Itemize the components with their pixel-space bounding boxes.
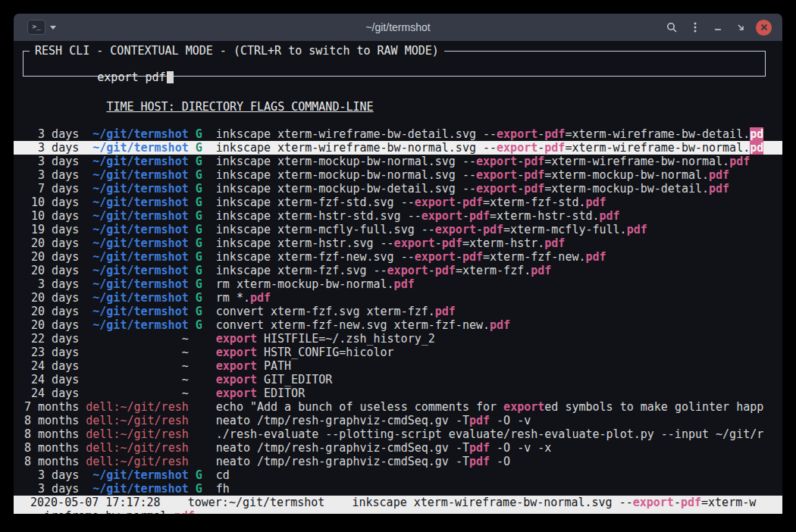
resh-search-box[interactable]: RESH CLI - CONTEXTUAL MODE - (CTRL+R to … xyxy=(23,51,766,77)
command-text: GIT_EDITOR xyxy=(257,373,332,386)
menu-button[interactable] xyxy=(688,19,703,36)
row-host: dell:~/git/resh xyxy=(86,427,188,441)
search-match: pdf xyxy=(469,455,490,468)
row-flags: G xyxy=(196,250,202,264)
row-time: 20 days xyxy=(24,291,79,305)
row-flags xyxy=(196,386,202,400)
search-match: export xyxy=(497,141,537,155)
row-flags: G xyxy=(196,318,202,332)
command-text: inkscape xterm-mockup-bw-normal.svg -- xyxy=(216,155,476,168)
history-row[interactable]: 3 days ~/git/termshot G rm xterm-mockup-… xyxy=(14,277,782,291)
history-row[interactable]: 20 days ~/git/termshot G inkscape xterm-… xyxy=(14,236,782,250)
command-text: PATH xyxy=(257,359,291,373)
row-command: inkscape xterm-hstr-std.svg --export-pdf… xyxy=(216,209,782,223)
command-text: inkscape xterm-wireframe-bw-detail.svg -… xyxy=(216,127,497,141)
history-row[interactable]: 8 months dell:~/git/resh ./resh-evaluate… xyxy=(14,427,782,441)
session-dropdown-button[interactable]: >_ xyxy=(24,18,59,36)
row-command: ./resh-evaluate --plotting-script evalua… xyxy=(216,427,782,441)
history-row[interactable]: 23 days ~ export HSTR_CONFIG=hicolor xyxy=(14,346,782,359)
command-text: - xyxy=(517,155,524,168)
history-row[interactable]: 8 months dell:~/git/resh neato /tmp/resh… xyxy=(14,414,782,427)
row-time: 20 days xyxy=(24,236,79,250)
command-text: HSTR_CONFIG=hicolor xyxy=(257,346,394,359)
search-match: pdf xyxy=(709,182,729,196)
command-text: =xterm-fzf. xyxy=(456,264,531,277)
search-match: export xyxy=(476,168,517,182)
command-text: - xyxy=(537,141,544,155)
command-text: cd xyxy=(216,468,230,482)
row-command: inkscape xterm-mockup-bw-detail.svg --ex… xyxy=(216,182,782,196)
row-time: 24 days xyxy=(24,359,79,373)
history-row[interactable]: 7 months dell:~/git/resh echo "Add a bun… xyxy=(14,400,782,414)
row-host: ~/git/termshot xyxy=(86,168,188,182)
search-match: pdf xyxy=(585,196,606,209)
history-row[interactable]: 3 days ~/git/termshot G inkscape xterm-w… xyxy=(14,141,782,155)
row-host: ~/git/termshot xyxy=(86,468,188,482)
command-text: -O xyxy=(490,455,510,468)
row-flags xyxy=(196,441,202,455)
history-row[interactable]: 24 days ~ export EDITOR xyxy=(14,386,782,400)
search-match: pdf xyxy=(469,414,490,427)
restore-icon xyxy=(735,22,746,33)
history-row[interactable]: 22 days ~ export HISTFILE=~/.zsh_history… xyxy=(14,332,782,346)
command-text: - xyxy=(476,223,483,236)
row-flags: G xyxy=(196,468,202,482)
history-row[interactable]: 8 months dell:~/git/resh neato /tmp/resh… xyxy=(14,441,782,455)
history-row[interactable]: 10 days ~/git/termshot G inkscape xterm-… xyxy=(14,196,782,209)
command-text: =xterm-wireframe-bw-normal. xyxy=(544,155,729,168)
row-command: inkscape xterm-fzf-new.svg --export-pdf=… xyxy=(216,250,782,264)
history-row[interactable]: 3 days ~/git/termshot G cd xyxy=(14,468,782,482)
command-text: =xterm-fzf-new. xyxy=(483,250,585,264)
history-row[interactable]: 10 days ~/git/termshot G inkscape xterm-… xyxy=(14,209,782,223)
row-command: inkscape xterm-fzf.svg --export-pdf=xter… xyxy=(216,264,782,277)
search-match: export xyxy=(497,127,537,141)
search-button[interactable] xyxy=(663,19,680,36)
search-match: pdf xyxy=(442,236,462,250)
history-row[interactable]: 24 days ~ export GIT_EDITOR xyxy=(14,373,782,386)
row-command: fh xyxy=(216,482,782,496)
resh-mode-title: RESH CLI - CONTEXTUAL MODE - (CTRL+R to … xyxy=(30,44,444,58)
row-command: rm *.pdf xyxy=(216,291,782,305)
restore-button[interactable] xyxy=(733,20,748,35)
history-row[interactable]: 24 days ~ export PATH xyxy=(14,359,782,373)
search-match: pd xyxy=(750,141,763,155)
history-row[interactable]: 20 days ~/git/termshot G inkscape xterm-… xyxy=(14,250,782,264)
search-query-line[interactable]: export pdf xyxy=(24,52,765,98)
history-row[interactable]: 20 days ~/git/termshot G rm *.pdf xyxy=(14,291,782,305)
row-command: inkscape xterm-wireframe-bw-normal.svg -… xyxy=(216,141,782,155)
row-host: ~/git/termshot xyxy=(86,318,188,332)
search-match: pdf xyxy=(729,155,750,168)
row-host: ~/git/termshot xyxy=(86,277,188,291)
command-text: inkscape xterm-mockup-bw-detail.svg -- xyxy=(216,182,476,196)
row-command: neato /tmp/resh-graphviz-cmdSeq.gv -Tpdf… xyxy=(216,441,782,455)
row-flags: G xyxy=(196,127,202,141)
history-row[interactable]: 20 days ~/git/termshot G convert xterm-f… xyxy=(14,305,782,318)
search-match: export xyxy=(415,196,456,209)
history-row[interactable]: 20 days ~/git/termshot G convert xterm-f… xyxy=(14,318,782,332)
history-row[interactable]: 19 days ~/git/termshot G inkscape xterm-… xyxy=(14,223,782,236)
history-row[interactable]: 8 months dell:~/git/resh neato /tmp/resh… xyxy=(14,455,782,468)
history-row[interactable]: 3 days ~/git/termshot G inkscape xterm-w… xyxy=(14,127,782,141)
row-command: export EDITOR xyxy=(216,386,782,400)
command-text: neato /tmp/resh-graphviz-cmdSeq.gv -T xyxy=(216,441,469,455)
row-host: ~/git/termshot xyxy=(86,264,188,277)
search-match: pdf xyxy=(394,277,415,291)
history-row[interactable]: 3 days ~/git/termshot G inkscape xterm-m… xyxy=(14,168,782,182)
search-match: export xyxy=(476,155,517,168)
titlebar-left: >_ xyxy=(14,18,59,36)
minimize-button[interactable] xyxy=(710,20,725,35)
close-button[interactable] xyxy=(756,20,772,36)
row-flags: G xyxy=(196,182,202,196)
status-detail: 2020-05-07 17:17:28 tower:~/git/termshot… xyxy=(14,496,782,514)
history-row[interactable]: 7 days ~/git/termshot G inkscape xterm-m… xyxy=(14,182,782,196)
row-command: inkscape xterm-fzf-std.svg --export-pdf=… xyxy=(216,196,782,209)
terminal-content[interactable]: RESH CLI - CONTEXTUAL MODE - (CTRL+R to … xyxy=(14,41,782,514)
command-text: =xterm-wireframe-bw-detail. xyxy=(565,127,750,141)
row-host: dell:~/git/resh xyxy=(86,455,188,468)
search-match: export xyxy=(394,236,435,250)
command-text: - xyxy=(456,250,462,264)
command-text: rm xterm-mockup-bw-normal. xyxy=(216,277,394,291)
history-row[interactable]: 20 days ~/git/termshot G inkscape xterm-… xyxy=(14,264,782,277)
history-row[interactable]: 3 days ~/git/termshot G fh xyxy=(14,482,782,496)
history-row[interactable]: 3 days ~/git/termshot G inkscape xterm-m… xyxy=(14,155,782,168)
